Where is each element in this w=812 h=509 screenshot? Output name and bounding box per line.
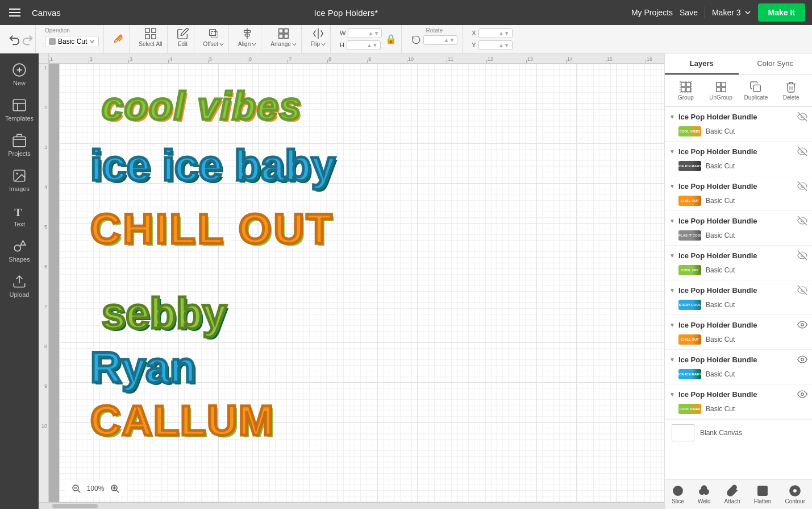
position-x-label: X (472, 30, 476, 36)
svg-rect-40 (716, 88, 720, 92)
weld-button[interactable]: Weld (692, 481, 717, 508)
redo-button[interactable] (22, 34, 33, 45)
sidebar-item-templates[interactable]: Templates (2, 93, 36, 126)
layer-header[interactable]: ▼ Ice Pop Holder Bundle (665, 142, 812, 159)
visibility-on-icon[interactable] (797, 354, 807, 365)
visibility-icon[interactable] (797, 216, 807, 226)
duplicate-button[interactable]: Duplicate (740, 78, 773, 103)
layer-header[interactable]: ▼ Ice Pop Holder Bundle (665, 315, 812, 332)
canvas-area: 12345678910111213141516 12345678910 cool… (39, 53, 664, 509)
group-button[interactable]: Group (669, 78, 702, 103)
ruler-h-mark: 8 (328, 53, 331, 63)
machine-selector[interactable]: Maker 3 (712, 8, 751, 17)
svg-rect-36 (686, 88, 690, 92)
sidebar-item-projects[interactable]: Projects (2, 129, 36, 162)
layer-item: ▼ Ice Pop Holder Bundle CHILL OUT Basic … (665, 176, 812, 211)
project-title: Ice Pop Holders* (314, 8, 378, 18)
visibility-icon[interactable] (797, 285, 807, 295)
horizontal-scrollbar[interactable] (39, 502, 664, 509)
ruler-h-mark: 1 (50, 53, 53, 63)
layer-chevron-icon: ▼ (669, 218, 675, 224)
flatten-icon (756, 485, 769, 497)
lock-proportions-button[interactable]: 🔒 (385, 34, 397, 44)
ruler-h-marks: 12345678910111213141516 (49, 53, 664, 63)
select-all-button[interactable]: Select All (139, 27, 162, 47)
visibility-icon[interactable] (797, 146, 807, 156)
layer-sub: COOL VIBES Basic Cut (665, 124, 812, 141)
visibility-icon[interactable] (797, 181, 807, 191)
flip-group: Flip (306, 25, 331, 53)
size-h-input[interactable]: ▲▼ (347, 40, 381, 50)
operation-color (49, 38, 56, 45)
svg-rect-39 (722, 82, 726, 86)
ungroup-button[interactable]: UnGroup (705, 78, 738, 103)
visibility-icon[interactable] (797, 250, 807, 260)
offset-button[interactable]: Offset (203, 27, 224, 47)
tab-layers[interactable]: Layers (665, 53, 739, 75)
edit-button[interactable]: Edit (177, 27, 189, 47)
sidebar-item-upload[interactable]: Upload (2, 270, 36, 303)
operation-select[interactable]: Basic Cut (45, 36, 99, 47)
visibility-on-icon[interactable] (797, 389, 807, 399)
position-y-input[interactable]: ▲▼ (478, 40, 513, 50)
sidebar-item-new[interactable]: New (2, 58, 36, 91)
layer-item: ▼ Ice Pop Holder Bundle STBBY COOL Basic… (665, 280, 812, 315)
position-x-input[interactable]: ▲▼ (478, 28, 513, 38)
hamburger-menu[interactable] (7, 6, 23, 19)
arrange-button[interactable]: Arrange (270, 27, 297, 47)
my-projects-button[interactable]: My Projects (631, 8, 673, 17)
sidebar-item-text[interactable]: T Text (2, 199, 36, 232)
layer-sub: ICE ICE BABY Basic Cut (665, 159, 812, 176)
ruler-h-mark: 15 (607, 53, 613, 63)
zoom-in-button[interactable] (109, 483, 120, 494)
make-it-button[interactable]: Make It (758, 3, 805, 22)
rotate-label: Rotate (426, 27, 443, 34)
size-w-input[interactable]: ▲▼ (348, 28, 382, 38)
select-all-label: Select All (139, 41, 162, 47)
layer-thumbnail: PLAS IT COOL (678, 230, 701, 241)
svg-point-49 (801, 324, 804, 326)
sidebar-item-shapes[interactable]: Shapes (2, 234, 36, 267)
top-right-actions: My Projects Save Maker 3 Make It (631, 3, 805, 22)
visibility-icon[interactable] (797, 111, 807, 122)
toolbar: Operation Basic Cut Select All Edit (0, 25, 812, 53)
visibility-on-icon[interactable] (797, 320, 807, 330)
attach-button[interactable]: Attach (719, 481, 746, 508)
undo-button[interactable] (8, 34, 19, 45)
ruler-v-mark: 6 (39, 264, 48, 270)
edit-group: Edit (172, 25, 194, 53)
layer-header[interactable]: ▼ Ice Pop Holder Bundle (665, 350, 812, 367)
delete-icon (785, 81, 797, 93)
ruler-h-mark: 3 (130, 53, 132, 63)
layer-item: ▼ Ice Pop Holder Bundle PLAS IT COOL Bas… (665, 211, 812, 246)
left-sidebar: New Templates Projects Images T Text Sha… (0, 53, 39, 509)
layer-header[interactable]: ▼ Ice Pop Holder Bundle (665, 107, 812, 124)
svg-point-22 (16, 173, 18, 175)
delete-button[interactable]: Delete (774, 78, 807, 103)
layer-header[interactable]: ▼ Ice Pop Holder Bundle (665, 246, 812, 263)
plus-icon (12, 63, 27, 77)
layer-header[interactable]: ▼ Ice Pop Holder Bundle (665, 176, 812, 193)
align-label: Align (238, 41, 251, 47)
layer-header[interactable]: ▼ Ice Pop Holder Bundle (665, 280, 812, 297)
layer-header[interactable]: ▼ Ice Pop Holder Bundle (665, 384, 812, 402)
offset-chevron-icon (219, 42, 224, 47)
svg-rect-34 (686, 82, 690, 86)
sidebar-item-images[interactable]: Images (2, 164, 36, 197)
save-button[interactable]: Save (680, 8, 698, 17)
canvas-viewport[interactable]: cool vibes ice ice baby CHILL OUT sebby … (49, 64, 664, 502)
zoom-out-button[interactable] (70, 483, 82, 494)
slice-button[interactable]: Slice (666, 481, 690, 508)
svg-rect-20 (13, 137, 26, 147)
layer-header[interactable]: ▼ Ice Pop Holder Bundle (665, 211, 812, 228)
contour-button[interactable]: Contour (779, 481, 811, 508)
flip-button[interactable]: Flip (311, 27, 326, 47)
align-button[interactable]: Align (238, 27, 256, 47)
svg-rect-42 (754, 85, 761, 92)
svg-point-50 (801, 358, 804, 361)
tab-color-sync[interactable]: Color Sync (739, 53, 813, 75)
pen-tool-button[interactable] (111, 30, 127, 48)
flatten-button[interactable]: Flatten (748, 481, 777, 508)
rotate-input[interactable]: ▲▼ (423, 35, 457, 45)
scrollbar-thumb[interactable] (52, 504, 98, 508)
